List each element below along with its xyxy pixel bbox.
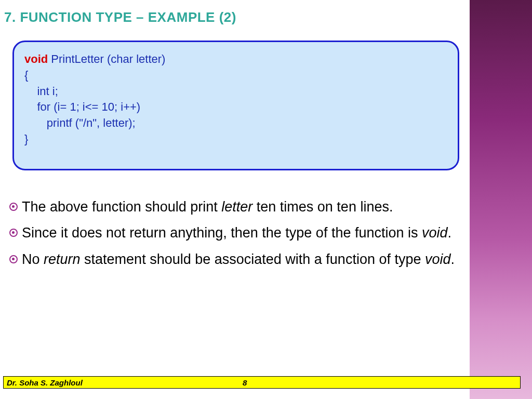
content-area: The above function should print letter t… (9, 197, 461, 276)
text: . (451, 251, 455, 267)
code-line-5: printf ("/n", letter); (24, 115, 447, 131)
bullet-icon (9, 203, 18, 211)
italic-text: letter (221, 199, 252, 215)
code-text: PrintLetter (char letter) (48, 52, 165, 65)
keyword-void: void (24, 52, 48, 65)
footer-page-number: 8 (243, 378, 247, 387)
bullet-text: No return statement should be associated… (22, 250, 461, 269)
text: statement should be associated with a fu… (81, 251, 425, 267)
code-box: void PrintLetter (char letter) { int i; … (12, 41, 459, 170)
bullet-icon (9, 229, 18, 237)
bullet-icon (9, 255, 18, 263)
code-line-6: } (24, 131, 447, 148)
text: ten times on ten lines. (252, 199, 393, 215)
code-line-2: { (24, 68, 447, 84)
text: No (22, 251, 44, 267)
footer-author: Dr. Soha S. Zaghloul (4, 378, 83, 387)
text: Since it does not return anything, then … (22, 225, 422, 241)
slide-title: 7. FUNCTION TYPE – EXAMPLE (2) (4, 9, 236, 25)
text: . (448, 225, 452, 241)
bullet-item-1: The above function should print letter t… (9, 197, 461, 216)
bullet-item-2: Since it does not return anything, then … (9, 223, 461, 242)
code-line-1: void PrintLetter (char letter) (24, 51, 447, 68)
italic-text: void (425, 251, 451, 267)
italic-text: void (422, 225, 448, 241)
text: The above function should print (22, 199, 221, 215)
side-gradient (470, 0, 532, 399)
bullet-text: Since it does not return anything, then … (22, 223, 461, 242)
footer-bar: Dr. Soha S. Zaghloul 8 (3, 376, 521, 389)
italic-text: return (44, 251, 81, 267)
code-line-3: int i; (24, 84, 447, 100)
bullet-item-3: No return statement should be associated… (9, 250, 461, 269)
bullet-text: The above function should print letter t… (22, 197, 461, 216)
code-line-4: for (i= 1; i<= 10; i++) (24, 99, 447, 115)
